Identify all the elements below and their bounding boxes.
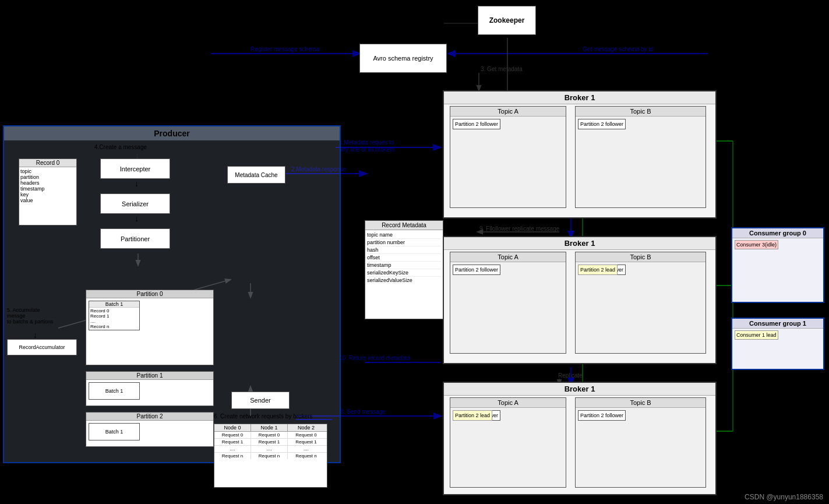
broker2-mid: Broker 1 Topic A Partition 0 follower Pa… — [443, 236, 717, 364]
record-metadata-title: Record Metadata — [365, 221, 443, 230]
broker2-mid-title: Broker 1 — [444, 237, 715, 250]
broker3-bot: Broker 1 Topic A Partition 0 follower Pa… — [443, 382, 717, 495]
broker1-topicA: Topic A Partition 0 lead Partition 1 fol… — [450, 106, 566, 208]
svg-text:3. Get metadata: 3. Get metadata — [481, 66, 523, 72]
broker1-topicB-title: Topic B — [576, 107, 705, 117]
create-network-label: 6. Create network requests by brokers — [214, 413, 313, 420]
sender-label: Sender — [250, 397, 270, 404]
consumer-group1-c1-lead: Consumer 1 lead — [735, 330, 778, 340]
consumer-group1-title: Consumer group 1 — [732, 319, 823, 329]
svg-text:10. Return record metadata: 10. Return record metadata — [339, 355, 411, 361]
partition1-box: Partition 1 Batch 0 Batch 1 — [86, 371, 214, 406]
select-requests-label: 7. Select requests & send to brokers — [213, 492, 306, 499]
broker1-topicB: Topic B Partition 0 follower Partition 1… — [575, 106, 706, 208]
partition0-box: Partition 0 Batch 0 Record 0Record 1....… — [86, 290, 214, 365]
svg-text:9. Fllollower replicate messag: 9. Fllollower replicate message — [479, 225, 560, 232]
create-message-label: 4.Create a message — [94, 144, 147, 150]
broker3-bot-title: Broker 1 — [444, 383, 715, 396]
accumulate-arrow: ↓ — [33, 330, 37, 340]
consumer-group1: Consumer group 1 Consumer 0 Consumer 1 l… — [731, 318, 824, 370]
broker3-topicA-p2: Partition 2 lead — [453, 410, 492, 421]
record-metadata-box: Record Metadata topic name partition num… — [365, 220, 443, 319]
svg-text:Replicate: Replicate — [558, 372, 583, 379]
record0-box: Record 0 topicpartitionheaderstimestampk… — [19, 158, 77, 225]
partition2-box: Partition 2 Batch 0 Batch 1 — [86, 412, 214, 447]
watermark: CSDN @yunyun1886358 — [745, 493, 823, 501]
partitioner-box: Partitioner — [100, 228, 170, 249]
batch1-p0: Batch 1 Record 0Record 1....Record n — [89, 301, 140, 330]
intercepter-arrow: ↓ — [135, 179, 139, 188]
broker1-topicA-title: Topic A — [450, 107, 566, 117]
broker2-topicA: Topic A Partition 0 follower Partition 1… — [450, 252, 566, 354]
producer-section: Producer 4.Create a message ↓ Record 0 t… — [3, 125, 341, 463]
broker2-topicA-title: Topic A — [450, 252, 566, 262]
svg-text:1.Metadata reques to: 1.Metadata reques to — [339, 139, 394, 146]
broker1-top-title: Broker 1 — [444, 91, 715, 104]
broker3-topicA-title: Topic A — [450, 398, 566, 408]
broker3-topicB-p2: Partition 2 follower — [578, 410, 626, 421]
svg-text:any one of all brokers: any one of all brokers — [339, 146, 395, 153]
partition0-title: Partition 0 — [86, 290, 213, 298]
serializer-box: Serializer — [100, 193, 170, 214]
broker2-topicB-p2: Partition 2 lead — [578, 265, 618, 275]
record-accumulator-box: RecordAccumulator — [7, 339, 77, 355]
partition1-title: Partition 1 — [86, 372, 213, 380]
record-metadata-fields: topic name partition number hash offset … — [365, 230, 443, 285]
batch1-p2: Batch 1 — [89, 423, 140, 440]
consumer-group0: Consumer group 0 Consumer 0 lead Consume… — [731, 227, 824, 303]
intercepter-label: Intercepter — [120, 165, 151, 172]
broker1-topicA-p2: Partition 2 follower — [453, 119, 500, 129]
svg-text:Get message schema by id: Get message schema by id — [583, 46, 653, 52]
sender-box: Sender — [231, 392, 290, 409]
zookeeper-label: Zookeeper — [489, 16, 525, 24]
consumer-group0-title: Consumer group 0 — [732, 228, 823, 238]
broker3-topicB: Topic B Partition 0 lead Partition 1 fol… — [575, 397, 706, 488]
broker2-topicB: Topic B Partition 0 follower Partition 1… — [575, 252, 706, 354]
select-arrow: ↓ — [259, 502, 263, 504]
svg-text:8. Send message: 8. Send message — [340, 408, 386, 415]
batch1-p1: Batch 1 — [89, 382, 140, 400]
avro-label: Avro schema registry — [373, 55, 433, 62]
metadata-cache-label: Metadata Cache — [235, 172, 277, 178]
broker2-topicB-title: Topic B — [576, 252, 705, 262]
svg-text:Register message schema: Register message schema — [251, 46, 320, 52]
intercepter-box: Intercepter — [100, 158, 170, 179]
consumer3-idle: Consumer 3(idle) — [735, 240, 778, 249]
serializer-label: Serializer — [122, 200, 149, 207]
partitioner-label: Partitioner — [121, 235, 150, 242]
record0-title: Record 0 — [19, 159, 76, 167]
producer-title: Producer — [4, 126, 340, 140]
node-table: Node 0 Node 1 Node 2 Request 0 Request 0… — [214, 424, 327, 488]
broker3-topicB-title: Topic B — [576, 398, 705, 408]
zookeeper-box: Zookeeper — [478, 6, 536, 35]
broker3-topicA: Topic A Partition 0 follower Partition 1… — [450, 397, 566, 488]
record-accumulator-label: RecordAccumulator — [19, 344, 65, 350]
broker2-topicA-p2: Partition 2 follower — [453, 265, 500, 275]
accumulate-label: 5. Accumulate messgeto batchs & partions — [7, 307, 59, 325]
broker1-top: Broker 1 Topic A Partition 0 lead Partit… — [443, 90, 717, 218]
metadata-cache-box: Metadata Cache — [227, 166, 285, 184]
avro-box: Avro schema registry — [359, 44, 447, 73]
record0-fields: topicpartitionheaderstimestampkeyvalue — [19, 167, 76, 205]
partition2-title: Partition 2 — [86, 413, 213, 421]
serializer-arrow: ↓ — [135, 214, 139, 223]
broker1-topicB-p2: Partition 2 follower — [578, 119, 626, 129]
